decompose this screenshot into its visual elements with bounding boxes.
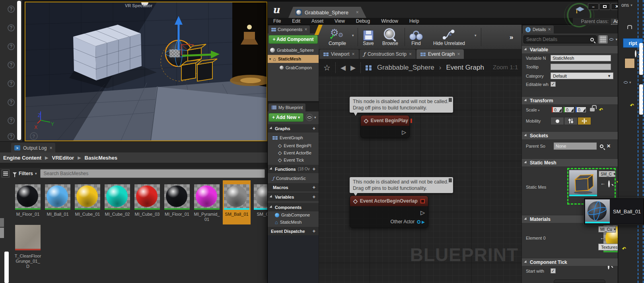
add-icon[interactable]: + — [312, 125, 317, 131]
overflow-chevrons-icon[interactable]: » — [510, 33, 513, 41]
help-icon[interactable]: ? — [8, 24, 15, 31]
mobility-movable-button[interactable] — [578, 117, 591, 125]
add-new-button[interactable]: + Add New ▾ — [268, 113, 304, 122]
add-icon[interactable]: + — [312, 194, 317, 200]
scale-z-field[interactable]: 0. — [576, 107, 586, 113]
add-icon[interactable]: + — [312, 166, 317, 172]
browse-to-asset-icon[interactable] — [608, 180, 610, 187]
eventgraph-item[interactable]: EventGraph — [268, 134, 319, 142]
find-button[interactable]: Find — [407, 27, 425, 46]
visibility-filter-button[interactable] — [306, 114, 313, 121]
chevron-down-icon[interactable]: ▾ — [615, 37, 617, 41]
close-icon[interactable]: × — [548, 27, 551, 32]
visibility-dropdown[interactable]: ▾ — [624, 80, 631, 84]
asset-tile[interactable]: MI_Cube_01 — [74, 180, 101, 224]
element0-material-dropdown[interactable]: MI_Cu▼ — [598, 226, 616, 232]
use-selected-icon[interactable]: ← — [600, 235, 605, 241]
breadcrumb-item[interactable]: VREditor — [52, 155, 74, 161]
editable-checkbox[interactable]: ✓ — [551, 82, 556, 87]
asset-tile[interactable]: M_Floor_01 — [14, 180, 42, 224]
reset-arrow-icon[interactable]: ↶ — [599, 107, 603, 113]
close-icon[interactable]: × — [304, 27, 307, 32]
exec-output-pin[interactable]: ▷ — [420, 209, 425, 216]
reset-arrow-icon[interactable]: ↶ — [622, 246, 626, 252]
details-search-input[interactable] — [526, 37, 589, 42]
reset-arrow-icon[interactable]: ↶ — [630, 103, 634, 108]
event-tick-item[interactable]: ◇ Event Tick — [268, 156, 319, 164]
scrollbar[interactable] — [4, 252, 9, 283]
tab-construction-script[interactable]: ƒ Construction Scrip× — [360, 49, 416, 59]
help-icon[interactable]: ? — [8, 99, 15, 106]
graphs-section-header[interactable]: Graphs+ — [268, 124, 319, 133]
save-button[interactable]: Save — [359, 27, 377, 46]
tab-details[interactable]: i Details × — [523, 25, 554, 33]
asset-tile[interactable]: T_CleanFloor Grunge_01_D — [14, 225, 42, 269]
close-icon[interactable]: × — [356, 10, 359, 15]
section-component-tick[interactable]: Component Tick — [522, 258, 619, 266]
help-icon[interactable]: ? — [8, 117, 15, 124]
lock-icon[interactable] — [590, 108, 595, 111]
chevron-expanded-icon[interactable]: ▾ — [269, 57, 271, 61]
add-icon[interactable]: + — [312, 228, 317, 234]
node-header[interactable]: ◇ Event ActorBeginOverlap — [350, 196, 428, 206]
chevron-down-icon[interactable]: ▾ — [352, 33, 354, 37]
color-swatch[interactable] — [625, 58, 635, 68]
eye-icon[interactable] — [609, 38, 613, 41]
breadcrumb-item[interactable]: BasicMeshes — [85, 155, 117, 161]
grid-view-icon[interactable] — [599, 35, 607, 43]
section-variable[interactable]: Variable — [522, 45, 619, 53]
menu-item[interactable]: File — [268, 18, 286, 24]
static-mesh-thumbnail[interactable] — [569, 170, 597, 196]
tab-viewport[interactable]: Viewport× — [319, 49, 359, 59]
exec-output-pin[interactable]: ▷ — [402, 129, 406, 135]
scale-y-field[interactable]: 0. — [564, 107, 574, 113]
node-header[interactable]: ◇ Event BeginPlay — [361, 115, 409, 126]
scrollbar[interactable] — [17, 1, 21, 140]
close-icon[interactable]: × — [457, 51, 460, 57]
parent-socket-field[interactable]: None — [554, 142, 597, 150]
chevron-down-icon[interactable]: ▾ — [314, 115, 316, 119]
tab-grabbable-sphere[interactable]: Grabbable_Sphere × — [288, 7, 366, 18]
help-icon[interactable]: ? — [8, 61, 15, 68]
scale-x-field[interactable]: 0. — [552, 107, 562, 113]
tutorial-cap-icon[interactable] — [575, 6, 585, 14]
tab-event-graph[interactable]: Event Graph× — [416, 49, 464, 59]
components-section-header[interactable]: Components — [268, 203, 319, 211]
event-dispatchers-section-header[interactable]: Event Dispatche+ — [268, 227, 319, 235]
content-search-input[interactable] — [40, 169, 265, 178]
category-dropdown[interactable]: Default▼ — [551, 72, 613, 79]
use-selected-icon[interactable]: ← — [600, 180, 605, 186]
menu-item[interactable]: Help — [404, 18, 425, 24]
grab-component-item[interactable]: GrabCompone — [268, 211, 319, 219]
compile-button[interactable]: ⚙⚙✓ Compile — [324, 27, 350, 46]
event-graph-canvas[interactable]: BLUEPRINT — [319, 59, 521, 283]
node-event-beginplay[interactable]: ◇ Event BeginPlay ▷ — [360, 115, 410, 138]
help-icon[interactable]: ? — [8, 43, 15, 50]
clear-icon[interactable]: ✕ — [607, 143, 611, 149]
asset-tile[interactable]: MI_Pyramid_01 — [193, 180, 221, 224]
section-transform[interactable]: Transform — [522, 96, 619, 104]
help-icon[interactable]: ? — [8, 133, 15, 140]
chevron-down-icon[interactable]: ▾ — [475, 33, 477, 37]
mobility-stationary-button[interactable] — [564, 117, 578, 125]
hide-unrelated-button[interactable]: Hide Unrelated — [428, 27, 470, 46]
component-tree-staticmesh[interactable]: ▾ ⌂ StaticMesh — [268, 55, 319, 63]
add-icon[interactable]: + — [312, 184, 317, 190]
component-tree-grabcomponent[interactable]: GrabCompon — [268, 64, 319, 72]
breadcrumb-item[interactable]: Engine Content — [3, 155, 41, 161]
asset-tile[interactable]: SM_Cube — [253, 180, 267, 224]
options-dropdown[interactable]: ons ▾ — [621, 2, 632, 8]
tab-components[interactable]: Components × — [268, 25, 310, 33]
tooltip-field[interactable] — [551, 64, 611, 70]
filters-button[interactable]: Filters ▾ — [13, 171, 37, 176]
close-icon[interactable]: × — [409, 51, 412, 57]
search-icon[interactable] — [635, 50, 636, 57]
static-mesh-dropdown[interactable]: SM_C▼ — [599, 171, 615, 177]
back-arrow-icon[interactable]: ◀ — [340, 64, 346, 72]
breadcrumb-root[interactable]: Grabbable_Sphere — [377, 64, 434, 72]
add-component-button[interactable]: + Add Component — [268, 35, 318, 44]
asset-tile[interactable]: SM_Ball_01 — [223, 180, 251, 224]
functions-section-header[interactable]: Functions (18 Ov + — [268, 165, 319, 173]
menu-item[interactable]: Asset — [306, 18, 329, 24]
other-actor-pin[interactable]: Other Actor ▶ — [391, 219, 425, 224]
